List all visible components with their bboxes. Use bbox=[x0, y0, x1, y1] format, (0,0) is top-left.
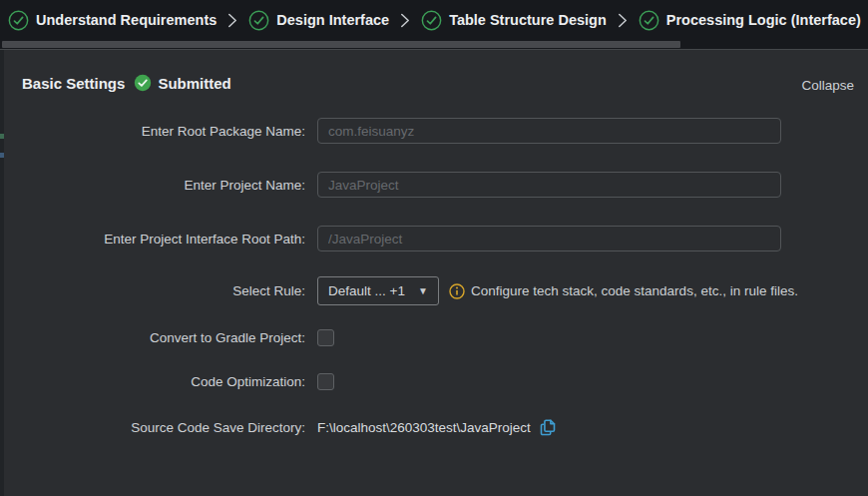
chevron-right-icon bbox=[400, 13, 410, 28]
form-row-interface-root-path: Enter Project Interface Root Path: bbox=[0, 226, 868, 251]
form-row-root-package: Enter Root Package Name: bbox=[0, 118, 868, 144]
check-circle-icon bbox=[639, 10, 659, 31]
breadcrumb-step-label: Design Interface bbox=[276, 12, 389, 28]
check-circle-icon bbox=[8, 10, 29, 31]
breadcrumb-step-label: Understand Requirements bbox=[36, 12, 217, 28]
gradle-label: Convert to Gradle Project: bbox=[0, 330, 305, 345]
basic-settings-panel: Basic Settings Submitted Collapse Enter … bbox=[0, 49, 868, 496]
code-optimization-label: Code Optimization: bbox=[0, 374, 305, 389]
chevron-right-icon bbox=[227, 13, 237, 28]
form-row-select-rule: Select Rule: Default ... +1 ▼ Configure … bbox=[0, 276, 868, 305]
copy-icon bbox=[539, 418, 557, 437]
interface-root-path-label: Enter Project Interface Root Path: bbox=[0, 232, 305, 247]
project-name-input[interactable] bbox=[317, 172, 781, 198]
chevron-right-icon bbox=[618, 13, 628, 28]
collapse-button[interactable]: Collapse bbox=[801, 78, 854, 93]
save-directory-value: F:\localhost\260303test\JavaProject bbox=[317, 420, 531, 435]
breadcrumb-step-label: Processing Logic (Interface) bbox=[666, 12, 861, 28]
app-window: Understand Requirements Design Interface bbox=[0, 0, 868, 496]
status-badge: Submitted bbox=[134, 74, 230, 92]
panel-header: Basic Settings Submitted bbox=[22, 74, 231, 92]
breadcrumb-step-table-structure-design[interactable]: Table Structure Design bbox=[421, 10, 607, 31]
breadcrumb: Understand Requirements Design Interface bbox=[0, 0, 868, 40]
save-directory-label: Source Code Save Directory: bbox=[0, 420, 305, 435]
info-circle-icon bbox=[449, 283, 465, 299]
rule-hint: Configure tech stack, code standards, et… bbox=[449, 283, 798, 299]
check-circle-icon bbox=[421, 10, 442, 31]
form-row-save-directory: Source Code Save Directory: F:\localhost… bbox=[0, 417, 868, 437]
scrollbar-thumb[interactable] bbox=[2, 41, 680, 48]
gradle-checkbox[interactable] bbox=[317, 329, 334, 346]
panel-title: Basic Settings bbox=[22, 75, 125, 92]
chevron-down-icon: ▼ bbox=[418, 286, 428, 296]
check-circle-filled-icon bbox=[134, 74, 152, 92]
rule-select-value: Default ... +1 bbox=[328, 283, 405, 298]
interface-root-path-input[interactable] bbox=[317, 226, 781, 251]
check-circle-icon bbox=[248, 10, 269, 31]
breadcrumb-step-label: Table Structure Design bbox=[449, 12, 607, 28]
form-row-project-name: Enter Project Name: bbox=[0, 172, 868, 198]
rule-hint-text: Configure tech stack, code standards, et… bbox=[471, 283, 798, 298]
breadcrumb-step-processing-logic[interactable]: Processing Logic (Interface) bbox=[639, 10, 861, 31]
root-package-input[interactable] bbox=[317, 118, 781, 144]
form-row-gradle: Convert to Gradle Project: bbox=[0, 329, 868, 346]
status-label: Submitted bbox=[158, 75, 230, 92]
breadcrumb-step-design-interface[interactable]: Design Interface bbox=[248, 10, 389, 31]
project-name-label: Enter Project Name: bbox=[0, 178, 305, 193]
breadcrumb-step-understand-requirements[interactable]: Understand Requirements bbox=[8, 10, 217, 31]
select-rule-label: Select Rule: bbox=[0, 283, 305, 298]
edge-mark bbox=[0, 153, 4, 158]
code-optimization-checkbox[interactable] bbox=[317, 373, 334, 390]
copy-path-button[interactable] bbox=[539, 418, 557, 437]
root-package-label: Enter Root Package Name: bbox=[0, 124, 305, 139]
form-row-code-optimization: Code Optimization: bbox=[0, 373, 868, 390]
horizontal-scrollbar[interactable] bbox=[0, 40, 868, 49]
rule-select[interactable]: Default ... +1 ▼ bbox=[317, 276, 439, 305]
